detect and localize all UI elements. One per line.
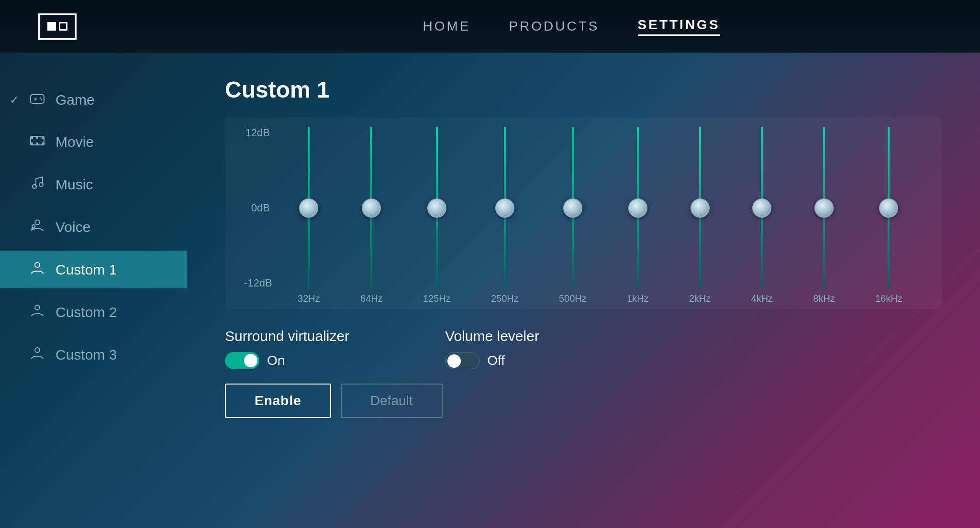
slider-fill-top <box>888 127 890 208</box>
sidebar-item-custom3[interactable]: Custom 3 <box>0 336 187 374</box>
volume-leveler-group: Volume leveler Off <box>445 328 539 369</box>
controls-row: Surround virtualizer On Volume leveler O… <box>225 328 942 369</box>
sidebar-item-voice[interactable]: Voice <box>0 208 187 246</box>
main-nav: HOME PRODUCTS SETTINGS <box>201 17 942 36</box>
nav-products[interactable]: PRODUCTS <box>509 19 599 34</box>
slider-thumb-250hz[interactable] <box>495 198 514 218</box>
slider-thumb-1khz[interactable] <box>628 198 647 218</box>
slider-fill-bottom <box>888 208 890 289</box>
eq-band-500hz: 500Hz <box>559 127 587 304</box>
check-icon: ✓ <box>10 93 19 107</box>
svg-point-3 <box>40 98 41 99</box>
slider-track-4khz[interactable] <box>759 127 764 289</box>
slider-fill-bottom <box>504 208 506 289</box>
freq-label-500hz: 500Hz <box>559 293 587 304</box>
slider-thumb-2khz[interactable] <box>690 198 710 218</box>
freq-label-16khz: 16kHz <box>875 293 902 304</box>
sidebar-label-music: Music <box>56 176 93 193</box>
volume-leveler-toggle[interactable] <box>445 352 479 369</box>
eq-label-0db: 0dB <box>244 202 278 214</box>
svg-point-14 <box>35 220 40 225</box>
volume-leveler-knob <box>447 354 461 368</box>
slider-thumb-500hz[interactable] <box>563 198 582 218</box>
eq-band-8khz: 8kHz <box>813 127 835 304</box>
slider-fill-top <box>370 127 372 208</box>
surround-virtualizer-label: Surround virtualizer <box>225 328 349 344</box>
slider-fill-top <box>504 127 506 208</box>
eq-label-12db: 12dB <box>244 127 278 139</box>
sidebar-item-movie[interactable]: Movie <box>0 123 187 161</box>
nav-home[interactable]: HOME <box>423 19 470 34</box>
slider-thumb-64hz[interactable] <box>362 198 381 218</box>
custom2-icon <box>29 304 46 320</box>
slider-fill-top <box>699 127 701 208</box>
page-title: Custom 1 <box>225 77 942 103</box>
eq-band-16khz: 16kHz <box>875 127 902 304</box>
slider-fill-bottom <box>436 208 438 289</box>
buttons-row: Enable Default <box>225 384 942 418</box>
sidebar-item-custom1[interactable]: Custom 1 <box>0 251 187 288</box>
svg-rect-9 <box>42 143 44 145</box>
slider-fill-bottom <box>761 208 763 289</box>
svg-rect-10 <box>36 136 38 139</box>
freq-label-64hz: 64Hz <box>360 293 383 304</box>
sidebar-label-movie: Movie <box>56 134 94 150</box>
main-content: ✓ Game <box>0 53 980 528</box>
freq-label-2khz: 2kHz <box>689 293 711 304</box>
slider-track-125hz[interactable] <box>434 127 439 289</box>
svg-point-4 <box>41 99 43 100</box>
sidebar-item-game[interactable]: ✓ Game <box>0 81 187 119</box>
volume-leveler-toggle-row: Off <box>445 352 539 369</box>
slider-track-250hz[interactable] <box>502 127 507 289</box>
sidebar-label-voice: Voice <box>56 219 90 235</box>
slider-thumb-32hz[interactable] <box>299 198 318 218</box>
slider-fill-top <box>436 127 438 208</box>
freq-label-125hz: 125Hz <box>423 293 451 304</box>
sidebar-item-custom2[interactable]: Custom 2 <box>0 293 187 331</box>
slider-thumb-4khz[interactable] <box>752 198 771 218</box>
freq-label-250hz: 250Hz <box>491 293 519 304</box>
enable-button[interactable]: Enable <box>225 384 331 418</box>
svg-point-15 <box>32 225 35 228</box>
eq-band-4khz: 4kHz <box>751 127 773 304</box>
surround-virtualizer-knob <box>244 354 257 367</box>
eq-band-32hz: 32Hz <box>298 127 320 304</box>
voice-icon <box>29 219 46 235</box>
slider-track-500hz[interactable] <box>570 127 575 289</box>
sidebar-item-music[interactable]: Music <box>0 165 187 203</box>
logo <box>38 13 77 40</box>
content-area: Custom 1 12dB 0dB -12dB <box>187 53 980 528</box>
surround-virtualizer-toggle-row: On <box>225 352 349 369</box>
slider-thumb-125hz[interactable] <box>427 198 446 218</box>
slider-track-16khz[interactable] <box>886 127 891 289</box>
slider-fill-top <box>308 127 310 208</box>
svg-point-17 <box>35 305 40 310</box>
slider-fill-bottom <box>699 208 701 289</box>
slider-fill-bottom <box>572 208 574 289</box>
surround-virtualizer-toggle[interactable] <box>225 352 259 369</box>
slider-fill-top <box>637 127 639 208</box>
eq-band-250hz: 250Hz <box>491 127 519 304</box>
eq-band-125hz: 125Hz <box>423 127 451 304</box>
volume-leveler-label: Volume leveler <box>445 328 539 344</box>
slider-track-1khz[interactable] <box>635 127 640 289</box>
slider-thumb-8khz[interactable] <box>814 198 834 218</box>
slider-fill-bottom <box>370 208 372 289</box>
logo-right-square <box>59 22 67 31</box>
nav-settings[interactable]: SETTINGS <box>638 17 720 36</box>
eq-label-minus12db: -12dB <box>244 277 278 289</box>
default-button[interactable]: Default <box>341 384 443 418</box>
slider-thumb-16khz[interactable] <box>879 198 898 218</box>
svg-rect-7 <box>42 136 44 139</box>
slider-fill-top <box>572 127 574 208</box>
sidebar-label-custom2: Custom 2 <box>56 304 117 320</box>
svg-rect-11 <box>36 143 38 145</box>
slider-track-2khz[interactable] <box>698 127 702 289</box>
slider-track-64hz[interactable] <box>369 127 374 289</box>
music-icon <box>29 176 46 193</box>
freq-label-32hz: 32Hz <box>298 293 320 304</box>
slider-fill-bottom <box>308 208 310 289</box>
logo-left-square <box>47 22 56 31</box>
slider-track-32hz[interactable] <box>306 127 311 289</box>
slider-track-8khz[interactable] <box>822 127 826 289</box>
